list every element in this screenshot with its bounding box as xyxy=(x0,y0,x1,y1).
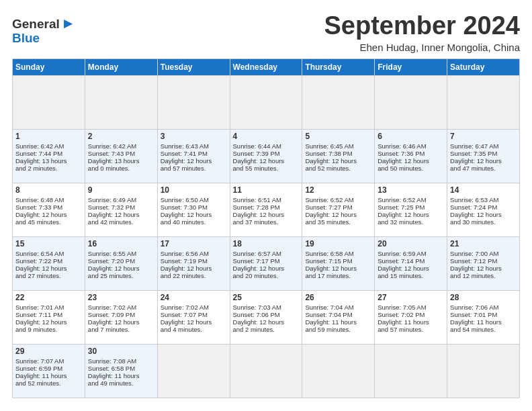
day-info: and 2 minutes. xyxy=(15,165,82,172)
day-number: 26 xyxy=(305,293,371,302)
day-number: 23 xyxy=(88,293,154,302)
day-info: Sunrise: 6:54 AM xyxy=(15,250,82,257)
table-row: 9Sunrise: 6:49 AMSunset: 7:32 PMDaylight… xyxy=(85,183,157,236)
page: General► Blue September 2024 Ehen Hudag,… xyxy=(0,0,532,405)
calendar-row: 22Sunrise: 7:01 AMSunset: 7:11 PMDayligh… xyxy=(13,290,520,344)
day-info: Sunset: 7:12 PM xyxy=(450,257,517,265)
logo-bird-icon: ► xyxy=(61,15,76,32)
day-info: Daylight: 12 hours xyxy=(450,157,517,165)
table-row: 25Sunrise: 7:03 AMSunset: 7:06 PMDayligh… xyxy=(230,290,302,344)
day-number: 15 xyxy=(15,239,82,248)
col-tuesday: Tuesday xyxy=(157,58,230,75)
day-info: Sunset: 7:17 PM xyxy=(233,257,300,265)
day-info: and 57 minutes. xyxy=(378,326,444,333)
day-info: and 30 minutes. xyxy=(450,218,517,226)
table-row: 18Sunrise: 6:57 AMSunset: 7:17 PMDayligh… xyxy=(230,236,302,290)
day-info: and 47 minutes. xyxy=(450,165,517,172)
col-monday: Monday xyxy=(85,58,157,75)
day-info: Sunrise: 7:02 AM xyxy=(88,304,154,311)
header: General► Blue September 2024 Ehen Hudag,… xyxy=(12,12,520,53)
month-title: September 2024 xyxy=(324,12,521,40)
day-info: and 45 minutes. xyxy=(15,218,82,226)
day-info: and 35 minutes. xyxy=(305,218,371,226)
day-info: Daylight: 11 hours xyxy=(15,372,82,379)
day-info: Sunrise: 6:49 AM xyxy=(88,196,154,203)
table-row xyxy=(85,75,157,129)
day-info: Daylight: 12 hours xyxy=(378,211,444,218)
table-row xyxy=(13,75,85,129)
day-info: Sunset: 7:41 PM xyxy=(161,150,227,157)
day-info: Daylight: 12 hours xyxy=(15,265,82,272)
day-info: Sunrise: 6:42 AM xyxy=(88,142,154,150)
table-row: 30Sunrise: 7:08 AMSunset: 6:58 PMDayligh… xyxy=(85,344,157,398)
day-info: Sunrise: 6:45 AM xyxy=(305,142,371,150)
day-info: Sunset: 7:07 PM xyxy=(161,311,227,318)
table-row: 19Sunrise: 6:58 AMSunset: 7:15 PMDayligh… xyxy=(302,236,375,290)
table-row: 4Sunrise: 6:44 AMSunset: 7:39 PMDaylight… xyxy=(230,129,302,183)
day-number: 21 xyxy=(450,239,517,248)
day-info: and 17 minutes. xyxy=(305,272,371,279)
day-number: 27 xyxy=(378,293,444,302)
day-info: Sunset: 7:19 PM xyxy=(161,257,227,265)
day-number: 28 xyxy=(450,293,517,302)
day-info: Sunrise: 6:52 AM xyxy=(378,196,444,203)
col-saturday: Saturday xyxy=(447,58,520,75)
calendar-row: 29Sunrise: 7:07 AMSunset: 6:59 PMDayligh… xyxy=(13,344,520,398)
day-number: 10 xyxy=(161,185,227,195)
table-row: 7Sunrise: 6:47 AMSunset: 7:35 PMDaylight… xyxy=(447,129,520,183)
day-info: Sunset: 6:59 PM xyxy=(15,365,82,372)
day-info: Sunset: 7:32 PM xyxy=(88,203,154,211)
day-info: Daylight: 12 hours xyxy=(378,265,444,272)
day-info: Sunset: 7:15 PM xyxy=(305,257,371,265)
table-row xyxy=(375,344,447,398)
day-info: Sunset: 7:43 PM xyxy=(88,150,154,157)
day-info: Sunset: 7:36 PM xyxy=(378,150,444,157)
day-info: Daylight: 13 hours xyxy=(88,157,154,165)
day-number: 4 xyxy=(233,132,300,141)
day-info: and 9 minutes. xyxy=(15,326,82,333)
day-info: Daylight: 12 hours xyxy=(161,157,227,165)
day-info: Daylight: 12 hours xyxy=(161,265,227,272)
day-info: Sunset: 7:35 PM xyxy=(450,150,517,157)
day-info: and 57 minutes. xyxy=(161,165,227,172)
table-row: 13Sunrise: 6:52 AMSunset: 7:25 PMDayligh… xyxy=(375,183,447,236)
day-info: Sunset: 7:44 PM xyxy=(15,150,82,157)
day-info: Sunset: 7:20 PM xyxy=(88,257,154,265)
day-info: and 7 minutes. xyxy=(88,326,154,333)
day-info: Sunrise: 7:04 AM xyxy=(305,304,371,311)
table-row: 1Sunrise: 6:42 AMSunset: 7:44 PMDaylight… xyxy=(13,129,85,183)
day-info: Daylight: 12 hours xyxy=(88,318,154,326)
day-info: and 25 minutes. xyxy=(88,272,154,279)
day-info: Sunrise: 6:53 AM xyxy=(450,196,517,203)
day-info: Sunrise: 6:59 AM xyxy=(378,250,444,257)
table-row xyxy=(230,75,302,129)
day-info: and 0 minutes. xyxy=(88,165,154,172)
day-info: Sunrise: 7:08 AM xyxy=(88,357,154,365)
day-info: Daylight: 12 hours xyxy=(15,318,82,326)
day-info: Sunset: 7:01 PM xyxy=(450,311,517,318)
day-info: Sunset: 7:09 PM xyxy=(88,311,154,318)
day-info: Sunset: 7:38 PM xyxy=(305,150,371,157)
day-info: Sunrise: 7:06 AM xyxy=(450,304,517,311)
day-number: 30 xyxy=(88,347,154,356)
day-number: 2 xyxy=(88,132,154,141)
day-info: Sunrise: 6:52 AM xyxy=(305,196,371,203)
day-info: and 27 minutes. xyxy=(15,272,82,279)
day-info: Sunset: 7:33 PM xyxy=(15,203,82,211)
day-number: 17 xyxy=(161,239,227,248)
day-info: Sunset: 7:30 PM xyxy=(161,203,227,211)
day-info: Sunrise: 6:44 AM xyxy=(233,142,300,150)
day-info: and 40 minutes. xyxy=(161,218,227,226)
table-row xyxy=(302,75,375,129)
day-info: Sunrise: 7:05 AM xyxy=(378,304,444,311)
table-row: 28Sunrise: 7:06 AMSunset: 7:01 PMDayligh… xyxy=(447,290,520,344)
day-info: Sunrise: 6:58 AM xyxy=(305,250,371,257)
day-info: Sunset: 7:25 PM xyxy=(378,203,444,211)
day-info: Daylight: 12 hours xyxy=(233,157,300,165)
table-row: 22Sunrise: 7:01 AMSunset: 7:11 PMDayligh… xyxy=(13,290,85,344)
day-number: 19 xyxy=(305,239,371,248)
table-row: 11Sunrise: 6:51 AMSunset: 7:28 PMDayligh… xyxy=(230,183,302,236)
day-info: Daylight: 12 hours xyxy=(305,211,371,218)
day-info: Daylight: 12 hours xyxy=(161,318,227,326)
day-info: Daylight: 11 hours xyxy=(305,318,371,326)
